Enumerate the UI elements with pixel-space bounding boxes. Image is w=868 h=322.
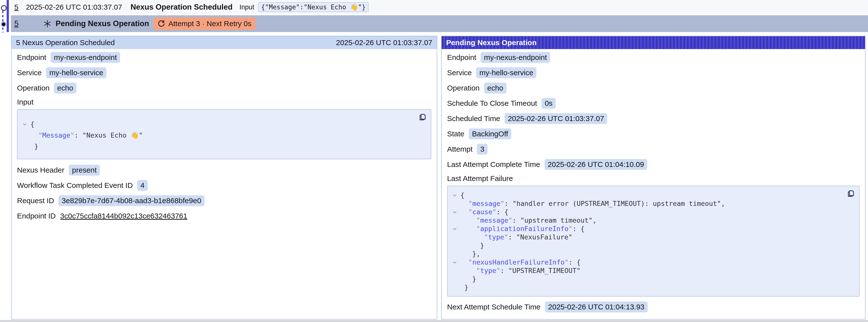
field-label: Last Attempt Complete Time [447, 160, 540, 169]
field-value: 3 [477, 144, 488, 155]
field-row: Scheduled Time2025-02-26 UTC 01:03:37.07 [447, 113, 860, 124]
field-value: BackingOff [469, 128, 511, 139]
json-line: { [451, 191, 842, 199]
input-json-block: {"Message": "Nexus Echo 👋"} [17, 109, 431, 159]
field-label: Operation [447, 84, 479, 92]
field-row: Servicemy-hello-service [17, 67, 431, 78]
copy-failure-button[interactable] [846, 189, 855, 199]
pending-fields-bottom: Next Attempt Schedule Time2025-02-26 UTC… [447, 301, 860, 312]
field-value: echo [54, 83, 76, 93]
field-row: Endpointmy-nexus-endpoint [447, 52, 860, 63]
json-code: "message": "handler error (UPSTREAM_TIME… [460, 199, 725, 208]
field-value: my-hello-service [46, 67, 106, 78]
json-code: } [460, 283, 468, 292]
field-value: 2025-02-26 UTC 01:04:10.09 [545, 159, 647, 170]
field-row: Workflow Task Completed Event ID4 [17, 180, 431, 191]
json-line: "message": "handler error (UPSTREAM_TIME… [451, 199, 842, 208]
field-label: Scheduled Time [447, 115, 500, 123]
json-line: } [451, 275, 842, 283]
field-row: Operationecho [17, 83, 431, 93]
failure-json-block: {"message": "handler error (UPSTREAM_TIM… [447, 186, 860, 297]
field-value: 0s [541, 98, 556, 109]
json-line: "Message": "Nexus Echo 👋" [21, 130, 413, 141]
bottom-edge [0, 320, 868, 322]
json-code: } [30, 141, 38, 152]
json-code: { [460, 191, 464, 199]
pending-panel-body: Endpointmy-nexus-endpointServicemy-hello… [442, 49, 865, 312]
field-label: Nexus Header [17, 166, 64, 174]
attempt-retry-badge: Attempt 3 · Next Retry 0s [153, 18, 255, 30]
failure-section-label: Last Attempt Failure [447, 174, 860, 183]
field-value: my-hello-service [476, 67, 536, 78]
json-code: "type": "UPSTREAM_TIMEOUT" [460, 266, 581, 275]
pending-id-link[interactable]: 5 [14, 19, 19, 28]
json-line: "nexusHandlerFailureInfo": { [451, 258, 842, 266]
json-line: "type": "NexusFailure" [451, 233, 842, 242]
field-row: Next Attempt Schedule Time2025-02-26 UTC… [447, 301, 860, 312]
pending-asterisk-icon [43, 20, 52, 28]
attempt-badge-label: Attempt 3 · Next Retry 0s [168, 20, 251, 28]
field-value: 2025-02-26 UTC 01:03:37.07 [504, 113, 607, 124]
field-label: State [447, 130, 464, 138]
json-code: "Message": "Nexus Echo 👋" [30, 130, 143, 141]
retry-icon [157, 20, 165, 28]
pending-fields-top: Endpointmy-nexus-endpointServicemy-hello… [447, 52, 860, 170]
event-fields-bottom: Nexus HeaderpresentWorkflow Task Complet… [17, 165, 431, 221]
field-label: Endpoint [447, 53, 476, 62]
collapse-chevron-icon[interactable] [451, 209, 460, 215]
copy-input-button[interactable] [418, 113, 427, 122]
json-code: "type": "NexusFailure" [460, 233, 572, 242]
event-timestamp: 2025-02-26 UTC 01:03:37.07 [26, 3, 122, 11]
field-label: Attempt [447, 145, 472, 153]
field-row: Request ID3e829b7e-7d67-4b08-aad3-b1e868… [17, 195, 431, 206]
failure-json-lines: {"message": "handler error (UPSTREAM_TIM… [451, 191, 842, 292]
json-line: "type": "UPSTREAM_TIMEOUT" [451, 266, 842, 275]
json-code: "message": "upstream timeout", [460, 216, 597, 225]
pending-operation-row[interactable]: 5 Pending Nexus Operation Attempt 3 · Ne… [11, 15, 868, 32]
event-id-link[interactable]: 5 [14, 3, 19, 11]
field-row: Endpointmy-nexus-endpoint [17, 52, 431, 63]
event-panel-timestamp: 2025-02-26 UTC 01:03:37.07 [336, 38, 432, 47]
json-code: } [460, 242, 484, 250]
field-row: StateBackingOff [447, 128, 860, 139]
json-line: } [21, 141, 413, 152]
pending-operation-panel: Pending Nexus Operation Endpointmy-nexus… [441, 36, 866, 320]
json-code: { [30, 119, 34, 130]
field-value: 3e829b7e-7d67-4b08-aad3-b1e868bfe9e0 [59, 195, 205, 206]
field-value: present [69, 165, 100, 175]
field-label: Schedule To Close Timeout [447, 99, 537, 107]
collapse-chevron-icon[interactable] [451, 260, 460, 265]
event-detail-panel: 5 Nexus Operation Scheduled 2025-02-26 U… [11, 36, 437, 320]
timeline-active-bar [7, 0, 9, 32]
event-row-scheduled[interactable]: 5 2025-02-26 UTC 01:03:37.07 Nexus Opera… [11, 0, 868, 14]
field-row: Nexus Headerpresent [17, 165, 431, 175]
field-label: Next Attempt Schedule Time [447, 303, 540, 311]
field-value: 4 [137, 180, 148, 191]
collapse-chevron-icon[interactable] [451, 193, 460, 198]
event-panel-title: 5 Nexus Operation Scheduled [16, 38, 115, 47]
input-section-label: Input [17, 98, 431, 106]
collapse-chevron-icon[interactable] [21, 122, 30, 127]
json-line: "applicationFailureInfo": { [451, 225, 842, 233]
event-title: Nexus Operation Scheduled [130, 3, 232, 11]
field-value: 2025-02-26 UTC 01:04:13.93 [545, 301, 648, 312]
field-label: Service [447, 68, 472, 77]
field-row: Endpoint ID3c0c75ccfa8144b092c13ce632463… [17, 211, 431, 221]
field-label: Endpoint ID [17, 212, 56, 220]
json-line: }, [451, 250, 842, 258]
pending-panel-header: Pending Nexus Operation [442, 36, 865, 49]
field-label: Workflow Task Completed Event ID [17, 181, 133, 190]
timeline-open-marker-icon [1, 5, 7, 11]
json-line: { [21, 119, 413, 130]
event-fields-top: Endpointmy-nexus-endpointServicemy-hello… [17, 52, 431, 93]
timeline-current-marker-icon [1, 22, 6, 27]
field-label: Endpoint [17, 53, 46, 62]
json-code: }, [460, 250, 480, 258]
pending-title: Pending Nexus Operation [56, 19, 149, 28]
field-label: Service [17, 68, 42, 77]
collapse-chevron-icon[interactable] [451, 226, 460, 231]
field-value: my-nexus-endpoint [51, 52, 120, 63]
field-value: echo [484, 83, 506, 93]
input-json-lines: {"Message": "Nexus Echo 👋"} [21, 119, 413, 152]
field-value[interactable]: 3c0c75ccfa8144b092c13ce632463761 [60, 212, 187, 220]
